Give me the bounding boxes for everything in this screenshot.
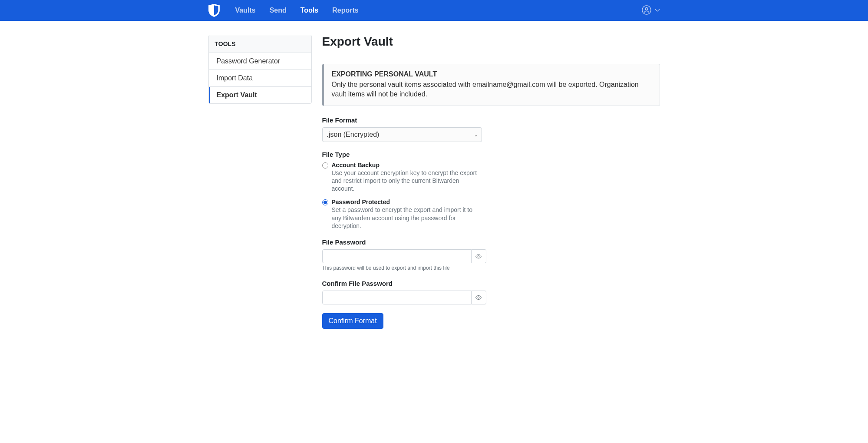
radio-password-protected[interactable]: Password Protected Set a password to enc… (322, 198, 483, 230)
divider (322, 54, 660, 54)
main-content: Export Vault Exporting Personal Vault On… (322, 35, 660, 329)
top-nav: Vaults Send Tools Reports (0, 0, 868, 21)
radio-desc: Set a password to encrypt the export and… (332, 206, 483, 230)
radio-account-backup[interactable]: Account Backup Use your account encrypti… (322, 162, 483, 193)
radio-title: Password Protected (332, 198, 483, 205)
sidebar-item-import-data[interactable]: Import Data (209, 70, 311, 87)
callout-title: Exporting Personal Vault (332, 70, 652, 78)
callout-body: Only the personal vault items associated… (332, 80, 652, 99)
sidebar: Tools Password Generator Import Data Exp… (208, 35, 312, 329)
radio-desc: Use your account encryption key to encry… (332, 169, 483, 193)
eye-icon (475, 294, 482, 301)
user-menu[interactable] (642, 5, 660, 16)
sidebar-item-export-vault[interactable]: Export Vault (209, 87, 311, 103)
svg-point-1 (645, 7, 648, 10)
toggle-confirm-password-visibility[interactable] (472, 291, 486, 304)
file-format-select[interactable]: .json (Encrypted) (322, 127, 482, 142)
confirm-file-password-label: Confirm File Password (322, 280, 660, 287)
file-format-label: File Format (322, 116, 660, 124)
file-type-label: File Type (322, 151, 660, 158)
user-icon (642, 5, 651, 16)
file-password-label: File Password (322, 238, 660, 246)
sidebar-header: Tools (209, 35, 311, 53)
svg-point-3 (478, 297, 479, 298)
sidebar-item-password-generator[interactable]: Password Generator (209, 53, 311, 70)
confirm-file-password-input[interactable] (322, 291, 472, 304)
file-password-input[interactable] (322, 249, 472, 263)
page-title: Export Vault (322, 35, 660, 49)
nav-send[interactable]: Send (263, 7, 294, 14)
eye-icon (475, 253, 482, 260)
svg-point-2 (478, 255, 479, 257)
toggle-password-visibility[interactable] (472, 249, 486, 263)
radio-icon (322, 199, 328, 205)
radio-title: Account Backup (332, 162, 483, 169)
logo-icon (208, 4, 220, 17)
chevron-down-icon (655, 7, 660, 14)
file-password-help: This password will be used to export and… (322, 265, 660, 271)
nav-reports[interactable]: Reports (325, 7, 365, 14)
nav-vaults[interactable]: Vaults (228, 7, 263, 14)
nav-links: Vaults Send Tools Reports (228, 7, 366, 14)
radio-icon (322, 162, 328, 169)
confirm-format-button[interactable]: Confirm Format (322, 313, 383, 329)
nav-tools[interactable]: Tools (294, 7, 325, 14)
export-callout: Exporting Personal Vault Only the person… (322, 64, 660, 106)
